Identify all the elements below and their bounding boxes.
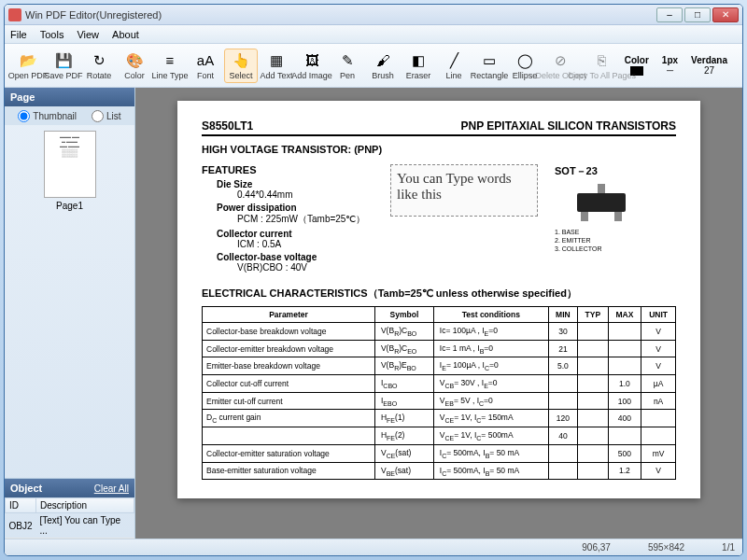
table-row: Collector-emitter breakdown voltageV(BR)… [203,340,676,357]
package-title: SOT－23 [555,164,676,178]
view-mode-row: Thumbnail List [5,106,134,125]
line-icon: ╱ [444,51,463,70]
linetype-button[interactable]: ≡Line Type [153,49,187,83]
menu-view[interactable]: View [77,29,99,40]
eraser-button[interactable]: ◧Eraser [402,49,435,83]
rotate-button[interactable]: ↻Rotate [82,49,116,83]
doc-title: PNP EPITAXIAL SILICON TRANSISTORS [461,119,676,133]
menu-tools[interactable]: Tools [40,29,64,40]
table-row: DC current gainHFE(1)VCE= 1V, IC= 150mA1… [203,410,676,427]
table-row: Emitter cut-off currentIEBOVEB= 5V , IC=… [203,392,676,410]
table-row: Collector-emitter saturation voltageVCE(… [203,444,676,462]
page-thumbnail[interactable]: ▬▬▬ ▬▬▬ ▬▬▬▬▬ ▬▬▬░░░░░░░░░░░░ [44,131,96,198]
features-header: FEATURES [202,164,374,175]
line-button[interactable]: ╱Line [437,49,471,83]
pen-icon: ✎ [338,51,357,70]
status-page: 1/1 [722,542,735,553]
document-area[interactable]: S8550LT1 PNP EPITAXIAL SILICON TRANSISTO… [135,88,742,539]
pdf-page: S8550LT1 PNP EPITAXIAL SILICON TRANSISTO… [177,101,700,498]
rect-icon: ▭ [480,51,499,70]
menu-file[interactable]: File [10,29,27,40]
addimage-icon: 🖼 [303,51,321,70]
object-panel-header: Object Clear All [5,479,134,497]
maximize-button[interactable]: □ [684,7,711,22]
titlebar[interactable]: Win PDF Editor(Unregistered) – □ ✕ [5,5,742,25]
typed-text-object[interactable]: You can Type words like this [390,164,538,217]
rect-button[interactable]: ▭Rectangle [472,49,506,83]
left-panel: Page Thumbnail List ▬▬▬ ▬▬▬ ▬▬▬▬▬ ▬▬▬░░░… [5,88,135,539]
table-row: Collector cut-off currentICBOVCB= 30V , … [203,375,676,393]
object-table: IDDescription OBJ2[Text] You can Type ..… [5,497,134,539]
statusbar: 906,37 595×842 1/1 [5,539,742,555]
object-panel: Object Clear All IDDescription OBJ2[Text… [5,478,134,539]
table-row[interactable]: OBJ2[Text] You can Type ... [6,513,134,539]
doc-subtitle: HIGH VOLTAGE TRANSISTOR: (PNP) [202,144,676,155]
thumbnail-list: ▬▬▬ ▬▬▬ ▬▬▬▬▬ ▬▬▬░░░░░░░░░░░░ Page1 [5,125,134,478]
clear-all-link[interactable]: Clear All [94,483,129,494]
status-pos: 906,37 [582,542,611,553]
select-icon: 👆 [232,51,250,70]
table-row: Collector-base breakdown voltageV(BR)CBO… [203,323,676,341]
pen-button[interactable]: ✎Pen [331,49,364,83]
toolbar: 📂Open PDF💾Save PDF↻Rotate🎨Color≡Line Typ… [5,44,742,88]
addtext-button[interactable]: ▦Add Text [260,49,293,83]
table-row: Base-emitter saturation voltageVBE(sat)I… [203,462,676,480]
thumbnail-label: Page1 [10,201,129,211]
color-button[interactable]: 🎨Color [118,49,151,83]
save-button[interactable]: 💾Save PDF [47,49,80,83]
brush-button[interactable]: 🖌Brush [366,49,400,83]
thumbnail-radio[interactable]: Thumbnail [18,110,77,122]
app-icon [8,8,21,21]
table-row: Emitter-base breakdown voltageV(BR)EBOIE… [203,357,676,375]
content-area: Page Thumbnail List ▬▬▬ ▬▬▬ ▬▬▬▬▬ ▬▬▬░░░… [5,88,742,539]
menubar: File Tools View About [5,25,742,44]
copyall-button: ⎘Copy To All Pages [581,49,624,83]
open-icon: 📂 [19,51,37,70]
close-button[interactable]: ✕ [712,7,739,22]
brush-icon: 🖌 [374,51,392,70]
page-panel-header: Page [5,88,134,106]
characteristics-table: ParameterSymbolTest conditionsMINTYPMAXU… [202,306,676,480]
col-id[interactable]: ID [6,498,36,513]
copyall-icon: ⎘ [593,51,612,70]
menu-about[interactable]: About [112,29,139,40]
eraser-icon: ◧ [409,51,428,70]
app-window: Win PDF Editor(Unregistered) – □ ✕ File … [4,4,743,556]
elec-header: ELECTRICAL CHARACTERISTICS（Tamb=25℃ unle… [202,287,676,301]
part-number: S8550LT1 [202,119,253,133]
color-icon: 🎨 [125,51,144,70]
open-button[interactable]: 📂Open PDF [11,49,45,83]
package-diagram [555,184,648,223]
select-button[interactable]: 👆Select [224,49,258,83]
status-size: 595×842 [648,542,684,553]
addimage-button[interactable]: 🖼Add Image [295,49,329,83]
ellipse-icon: ◯ [515,51,534,70]
addtext-icon: ▦ [267,51,286,70]
font-button[interactable]: aAFont [189,49,222,83]
linetype-icon: ≡ [161,51,179,70]
table-row: HFE(2)VCE= 1V, IC= 500mA40 [203,427,676,445]
rotate-icon: ↻ [90,51,108,70]
save-icon: 💾 [54,51,73,70]
font-icon: aA [196,51,215,70]
delobj-icon: ⊘ [552,51,571,70]
window-title: Win PDF Editor(Unregistered) [25,9,656,21]
col-desc[interactable]: Description [36,498,134,513]
list-radio[interactable]: List [92,110,121,122]
minimize-button[interactable]: – [656,7,683,22]
